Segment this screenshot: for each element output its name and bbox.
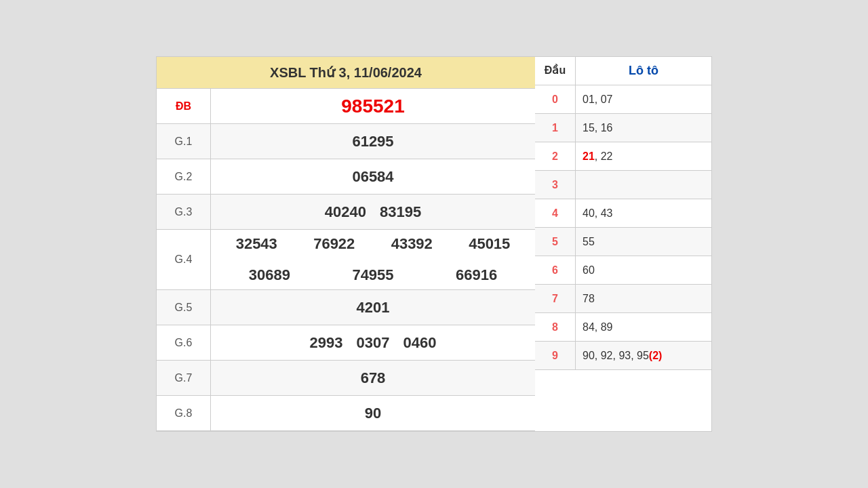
prizes-list: ĐB985521G.161295G.206584G.34024083195G.4…	[157, 89, 535, 431]
prize-label: G.3	[157, 195, 211, 229]
prize-row: G.54201	[157, 290, 535, 325]
loto-nums: 15, 16	[576, 117, 711, 140]
prize-values: 985521	[211, 90, 535, 123]
loto-row: 778	[535, 285, 711, 313]
loto-header-row: Đầu Lô tô	[535, 57, 711, 85]
loto-row: 884, 89	[535, 313, 711, 342]
prize-row: G.161295	[157, 124, 535, 159]
prize-label: G.1	[157, 124, 211, 159]
loto-nums	[576, 180, 711, 190]
prize-row: G.206584	[157, 159, 535, 195]
prize-value: 40240	[325, 203, 366, 221]
layout: XSBL Thứ 3, 11/06/2024 ĐB985521G.161295G…	[157, 57, 711, 431]
loto-index: 2	[535, 142, 576, 170]
prize-value: 985521	[341, 96, 404, 117]
prize-value: 32543	[236, 235, 277, 253]
prize-label: G.5	[157, 290, 211, 325]
loto-index: 9	[535, 342, 576, 369]
loto-row: 990, 92, 93, 95(2)	[535, 342, 711, 370]
prize-values: 32543769224339245015306897495566916	[211, 230, 535, 289]
loto-rows: 001, 07115, 16221, 223440, 4355566077888…	[535, 85, 711, 370]
loto-index: 4	[535, 199, 576, 227]
prize-value: 74955	[352, 266, 393, 284]
left-panel: XSBL Thứ 3, 11/06/2024 ĐB985521G.161295G…	[157, 57, 535, 431]
prize-value: 06584	[352, 168, 393, 186]
loto-nums: 55	[576, 230, 711, 253]
prize-value: 2993	[310, 334, 343, 352]
prize-value: 45015	[469, 235, 510, 253]
prize-value: 43392	[391, 235, 433, 253]
prize-label: G.4	[157, 230, 211, 289]
prize-values: 678	[211, 364, 535, 392]
loto-nums: 01, 07	[576, 88, 711, 111]
prize-row: G.34024083195	[157, 195, 535, 230]
loto-nums: 78	[576, 287, 711, 310]
loto-nums: 84, 89	[576, 316, 711, 339]
prize-label: G.6	[157, 325, 211, 360]
prize-row: G.7678	[157, 361, 535, 396]
prize-row: ĐB985521	[157, 89, 535, 124]
loto-index: 3	[535, 171, 576, 199]
prize-value: 90	[365, 405, 381, 422]
prize-values: 299303070460	[211, 329, 535, 357]
loto-index: 8	[535, 313, 576, 341]
prize-values: 61295	[211, 127, 535, 156]
loto-nums: 21, 22	[576, 145, 711, 168]
loto-nums: 90, 92, 93, 95(2)	[576, 344, 711, 367]
loto-row: 440, 43	[535, 199, 711, 228]
loto-index: 7	[535, 285, 576, 312]
prize-label: G.7	[157, 361, 211, 395]
loto-index: 1	[535, 114, 576, 142]
loto-index: 5	[535, 228, 576, 256]
prize-value: 66916	[456, 266, 497, 284]
prize-values: 90	[211, 399, 535, 428]
loto-row: 555	[535, 228, 711, 256]
prize-value: 61295	[352, 133, 393, 150]
prize-row: G.432543769224339245015306897495566916	[157, 230, 535, 290]
prize-label: G.8	[157, 396, 211, 430]
loto-index: 6	[535, 256, 576, 284]
prize-values: 06584	[211, 163, 535, 191]
prize-value: 4201	[357, 299, 390, 317]
loto-row: 221, 22	[535, 142, 711, 171]
prize-values: 4024083195	[211, 198, 535, 226]
loto-dau-header: Đầu	[535, 57, 576, 85]
loto-row: 660	[535, 256, 711, 285]
prize-row: G.6299303070460	[157, 325, 535, 361]
prize-row: G.890	[157, 396, 535, 431]
prize-values: 4201	[211, 293, 535, 322]
prize-value: 0460	[403, 334, 436, 352]
main-title: XSBL Thứ 3, 11/06/2024	[157, 57, 535, 89]
loto-nums: 60	[576, 259, 711, 282]
prize-value: 76922	[313, 235, 355, 253]
prize-label: ĐB	[157, 89, 211, 123]
loto-nums: 40, 43	[576, 202, 711, 225]
loto-row: 001, 07	[535, 85, 711, 114]
prize-value: 83195	[380, 203, 421, 221]
prize-value: 30689	[249, 266, 290, 284]
main-container: XSBL Thứ 3, 11/06/2024 ĐB985521G.161295G…	[156, 56, 712, 432]
prize-value: 678	[361, 369, 386, 387]
prize-value: 0307	[357, 334, 390, 352]
loto-panel: Đầu Lô tô 001, 07115, 16221, 223440, 435…	[535, 57, 711, 431]
loto-row: 115, 16	[535, 114, 711, 142]
loto-index: 0	[535, 85, 576, 113]
loto-title-header: Lô tô	[576, 57, 711, 85]
loto-row: 3	[535, 171, 711, 199]
prize-label: G.2	[157, 159, 211, 194]
